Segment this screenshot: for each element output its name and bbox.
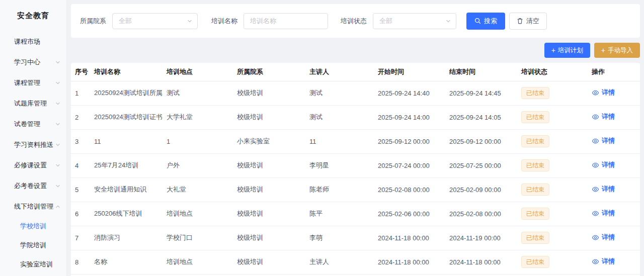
cell-name: 25年7月24培训 [90,153,163,177]
sidebar-item[interactable]: 课程市场 [0,31,66,52]
col-header-index: 序号 [71,63,90,81]
cell-end-time: 2025-07-25 00:00 [445,153,517,177]
detail-link[interactable]: 详情 [592,233,615,242]
cell-location: 学校门口 [163,226,233,250]
detail-link[interactable]: 详情 [592,209,615,218]
department-select-value: 全部 [119,17,187,26]
detail-link[interactable]: 详情 [592,88,615,97]
manual-import-button[interactable]: + 手动导入 [594,43,640,58]
plus-icon: + [601,47,605,54]
plus-icon: + [551,47,555,54]
detail-link[interactable]: 详情 [592,160,615,169]
cell-status: 已结束 [517,153,588,177]
cell-actions: 详情 [588,129,640,153]
detail-link-label: 详情 [602,209,615,218]
sidebar-nav: 课程市场 学习中心 课程管理 试题库管理 [0,31,66,274]
cell-name: 250206线下培训 [90,202,163,226]
status-badge: 已结束 [521,256,549,268]
cell-end-time: 2025-09-12 00:00 [445,129,517,153]
cell-start-time: 2025-09-24 14:40 [374,81,445,105]
search-button-label: 搜索 [484,17,497,26]
chevron-down-icon [55,101,60,106]
cell-speaker: 陈老师 [305,177,374,202]
sidebar-item[interactable]: 试卷管理 [0,114,66,134]
department-select[interactable]: 全部 [112,13,198,29]
sidebar-item[interactable]: 课程管理 [0,72,66,93]
search-button[interactable]: 搜索 [466,13,505,30]
status-badge: 已结束 [521,183,549,196]
sidebar-sub-item[interactable]: 学校培训 [0,217,66,236]
detail-link[interactable]: 详情 [592,112,615,121]
detail-link[interactable]: 详情 [592,136,615,145]
table-row: 3 11 1 小来实验室 11 2025-09-12 00:00 2025-09… [71,129,640,153]
cell-start-time: 2025-09-12 00:00 [374,129,445,153]
cell-department: 校级培训 [233,226,305,250]
chevron-down-icon [55,122,60,127]
cell-speaker: 李明星 [305,153,374,177]
cell-status: 已结束 [517,202,588,226]
chevron-down-icon [55,183,60,189]
cell-index: 8 [71,250,90,274]
cell-name: 安全培训通用知识 [90,177,163,202]
cell-end-time: 2025-09-24 14:05 [445,105,517,129]
chevron-down-icon [55,80,60,85]
cell-start-time: 2024-11-18 00:00 [374,250,445,274]
eye-icon [592,210,599,217]
sidebar-item-label: 课程市场 [14,37,55,46]
table-actions: + 培训计划 + 手动导入 [71,38,640,63]
cell-speaker: 测试 [305,81,374,105]
cell-name: 20250924测试培训所属 [90,81,163,105]
status-filter-label: 培训状态 [341,17,367,26]
eye-icon [592,89,599,97]
add-training-plan-button[interactable]: + 培训计划 [544,43,590,58]
cell-status: 已结束 [517,226,588,250]
sidebar-item[interactable]: 学习资料推送 [0,134,66,155]
status-badge: 已结束 [521,111,549,123]
cell-speaker: 11 [305,129,374,153]
eye-icon [592,161,599,169]
cell-index: 4 [71,153,90,177]
cell-start-time: 2025-02-06 00:00 [374,202,445,226]
sidebar-item-label: 线下培训管理 [14,202,55,211]
cell-actions: 详情 [588,153,640,177]
cell-location: 户外 [163,153,233,177]
cell-name: 消防演习 [90,226,163,250]
eye-icon [592,258,599,265]
cell-department: 校级培训 [233,202,305,226]
sidebar-sub-item[interactable]: 实验室培训 [0,255,66,274]
sidebar-item[interactable]: 学习中心 [0,52,66,72]
sidebar-sub-item[interactable]: 学院培训 [0,236,66,255]
cell-speaker: 李萌 [305,226,374,250]
sidebar-top-items: 课程市场 学习中心 课程管理 试题库管理 [0,31,66,217]
sidebar-sub-item-label: 学院培训 [20,241,46,250]
sidebar-item[interactable]: 线下培训管理 [0,196,66,217]
sidebar-sub-item-label: 学校培训 [20,222,46,231]
col-header-status: 培训状态 [517,63,588,81]
cell-status: 已结束 [517,177,588,202]
cell-end-time: 2025-02-09 00:00 [445,177,517,202]
sidebar-item[interactable]: 必修课设置 [0,155,66,175]
table-row: 2 20250924测试培训证书 大学礼堂 校级培训 测试 2025-09-24… [71,105,640,129]
clear-button[interactable]: 清空 [509,13,547,30]
sidebar: 安全教育 课程市场 学习中心 课程管理 [0,0,67,276]
chevron-down-icon [446,17,451,26]
training-name-input[interactable] [244,13,328,29]
cell-index: 1 [71,81,90,105]
filter-name: 培训名称 [211,13,328,29]
status-select[interactable]: 全部 [373,13,456,29]
sidebar-item[interactable]: 试题库管理 [0,93,66,114]
col-header-start: 开始时间 [374,63,445,81]
cell-actions: 详情 [588,250,640,274]
cell-status: 已结束 [517,129,588,153]
sidebar-item[interactable]: 必考卷设置 [0,175,66,196]
chevron-down-icon [55,204,60,209]
table-row: 1 20250924测试培训所属 测试 校级培训 测试 2025-09-24 1… [71,81,640,105]
chevron-down-icon [55,60,60,65]
detail-link-label: 详情 [602,257,615,266]
add-training-plan-label: 培训计划 [558,46,583,55]
detail-link[interactable]: 详情 [592,185,615,194]
detail-link[interactable]: 详情 [592,257,615,266]
detail-link-label: 详情 [602,88,615,97]
eye-icon [592,186,599,193]
eye-icon [592,113,599,121]
